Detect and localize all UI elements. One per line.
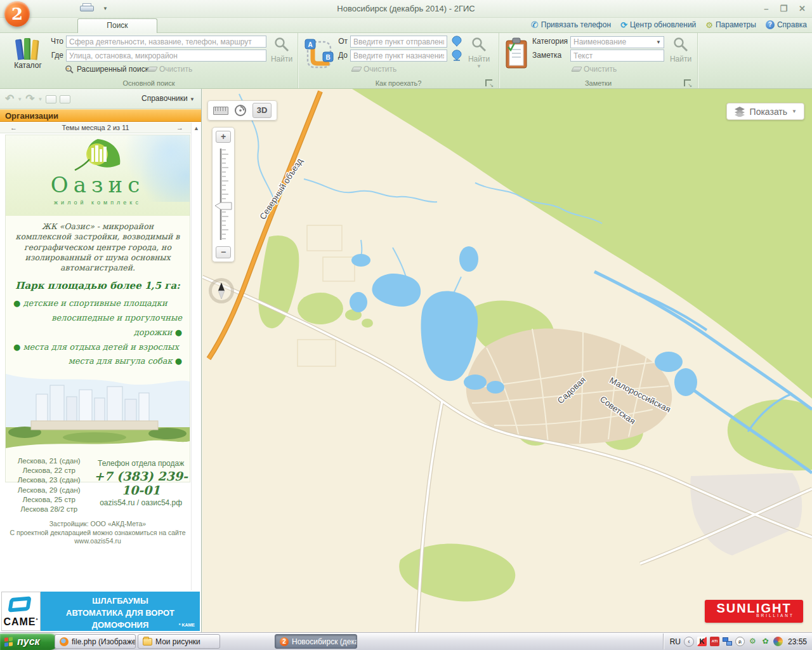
start-button[interactable]: пуск <box>0 633 58 650</box>
what-label: Что <box>47 36 63 48</box>
category-select[interactable]: ▼ <box>570 36 664 48</box>
from-label: От <box>334 36 348 48</box>
clear-route-button[interactable]: Очистить <box>352 65 396 74</box>
zoom-in-button[interactable]: + <box>216 131 231 143</box>
ruler-icon[interactable] <box>213 107 228 115</box>
oasis-description: ЖК «Оазис» - микрорайон комплексной заст… <box>14 222 181 273</box>
map-area: Северный объезд Садовая Малороссийская С… <box>202 89 812 632</box>
tray-icon-kaspersky[interactable]: K <box>697 637 707 646</box>
route-from-input[interactable] <box>350 36 447 48</box>
close-button[interactable]: ✕ <box>799 4 806 13</box>
mode-3d-button[interactable]: 3D <box>252 103 272 118</box>
oasis-ad-banner[interactable]: Оазис жилой комплекс ЖК «Оазис» - микрор… <box>5 135 190 482</box>
oasis-ad-header: Оазис жилой комплекс <box>6 135 190 216</box>
map-canvas[interactable]: Северный объезд Садовая Малороссийская С… <box>202 89 812 632</box>
group-title-notes: Заметки <box>499 79 697 87</box>
oasis-phone-label: Телефон отдела продаж <box>92 459 190 468</box>
oasis-buildings-image <box>6 374 190 448</box>
scroll-up-icon[interactable]: ▲ <box>192 123 201 131</box>
panels-icon[interactable] <box>46 95 56 103</box>
layers-show-button[interactable]: Показать ▼ <box>726 103 804 120</box>
collapse-chevron-icon[interactable]: ‹ <box>684 637 694 647</box>
snow-branch-decoration <box>114 135 190 202</box>
app-logo-2gis[interactable]: 2 <box>4 1 30 27</box>
group-title-route: Как проехать? <box>298 79 499 87</box>
link-bind-phone[interactable]: ✆Привязать телефон <box>531 20 611 30</box>
firefox-icon <box>60 637 69 646</box>
language-indicator[interactable]: RU <box>670 637 681 646</box>
catalog-button[interactable]: Каталог <box>9 37 47 70</box>
oasis-phone-number: +7 (383) 239-10-01 <box>92 469 190 497</box>
oasis-park-heading: Парк площадью более 1,5 га: <box>6 280 190 291</box>
where-input[interactable] <box>66 50 266 62</box>
tab-row: Поиск ✆Привязать телефон ⟳Центр обновлен… <box>0 18 812 33</box>
phone-icon: ✆ <box>531 20 539 30</box>
organizations-header[interactable]: Организации <box>0 109 201 122</box>
what-input[interactable] <box>66 36 266 48</box>
route-ab-icon: A B <box>303 37 335 71</box>
sunlight-ad-banner[interactable]: SUNLIGHT BRILLIANT <box>705 600 803 623</box>
books-icon <box>15 37 41 60</box>
search-plus-icon: + <box>65 65 74 74</box>
came-footnote: * KAME <box>179 622 195 628</box>
pick-end-on-map-button[interactable] <box>450 50 463 62</box>
tray-icon-gear[interactable]: ⚙ <box>748 637 757 646</box>
zoom-out-button[interactable]: − <box>216 246 231 258</box>
came-ad-text: ШЛАГБАУМЫ АВТОМАТИКА ДЛЯ ВОРОТ ДОМОФОНИЯ… <box>41 592 200 631</box>
tab-search[interactable]: Поиск <box>77 18 157 33</box>
ribbon-group-notes: Категория ▼ Заметка Очистить Найти Замет… <box>499 33 698 88</box>
zoom-slider-track[interactable] <box>213 146 235 242</box>
zoom-slider-handle[interactable] <box>215 202 232 209</box>
clear-search-button[interactable]: Очистить <box>148 65 192 74</box>
eraser-icon <box>571 67 582 72</box>
zoom-slider-panel: + − <box>212 127 235 262</box>
find-route-button[interactable]: Найти ▼ <box>465 36 493 69</box>
magnifier-icon <box>471 36 487 53</box>
find-notes-button[interactable]: Найти <box>667 36 695 63</box>
map-toolbar: 3D <box>207 100 277 121</box>
link-update-center[interactable]: ⟳Центр обновлений <box>620 20 696 30</box>
sidebar: ↶▼ ↷▼ Справочники ▼ Организации ← Темы м… <box>0 89 202 632</box>
map-pin-icon <box>452 50 462 61</box>
list-view-icon[interactable] <box>60 95 70 103</box>
back-dropdown-icon[interactable]: ▼ <box>17 96 22 102</box>
chevron-down-icon: ▼ <box>656 39 661 45</box>
forward-icon[interactable]: ↷ <box>25 93 34 105</box>
tray-icon-animal[interactable]: ฅ <box>735 637 745 646</box>
rotate-icon[interactable] <box>233 103 247 117</box>
link-settings[interactable]: ⚙Параметры <box>705 20 756 30</box>
maximize-button[interactable]: ❐ <box>780 4 787 13</box>
dictionaries-dropdown[interactable]: Справочники ▼ <box>141 94 195 103</box>
ribbon-group-route: A B От До Очистить Найти ▼ <box>298 33 499 88</box>
clear-notes-button[interactable]: Очистить <box>572 65 617 74</box>
layers-icon <box>734 106 745 117</box>
note-input[interactable] <box>570 50 664 62</box>
taskbar-item-my-pictures[interactable]: Мои рисунки <box>138 634 220 649</box>
link-help[interactable]: ?Справка <box>766 20 807 29</box>
came-ad-banner[interactable]: CAME* ШЛАГБАУМЫ АВТОМАТИКА ДЛЯ ВОРОТ ДОМ… <box>1 592 200 631</box>
tray-icon-graphics[interactable] <box>773 637 783 646</box>
next-theme-arrow-icon[interactable]: → <box>176 123 183 133</box>
taskbar-clock[interactable]: 23:55 <box>788 637 807 646</box>
advanced-search-button[interactable]: + Расширенный поиск <box>65 65 148 74</box>
oasis-address-list: Лескова, 21 (сдан) Лескова, 22 стр Леско… <box>6 454 92 514</box>
oasis-disclaimer: Застройщик: ООО «АКД-Мета» С проектной д… <box>6 520 190 546</box>
tray-icon-flower[interactable]: ✿ <box>761 637 770 646</box>
minimize-button[interactable]: – <box>764 4 768 13</box>
sidebar-scrollbar[interactable]: ▲ <box>191 123 201 590</box>
tray-icon-network[interactable] <box>723 637 732 646</box>
find-button-search[interactable]: Найти <box>268 36 296 63</box>
pick-start-on-map-button[interactable] <box>450 36 463 48</box>
oasis-websites[interactable]: oazis54.ru / оазис54.рф <box>92 498 190 507</box>
compass-icon[interactable] <box>209 278 234 303</box>
window-title: Новосибирск (декабрь 2014) - 2ГИС <box>0 0 812 18</box>
taskbar-item-2gis[interactable]: 2 Новосибирск (декаб... <box>275 634 357 649</box>
taskbar-item-firefox[interactable]: file.php (Изображен... <box>55 634 136 649</box>
windows-flag-icon <box>4 637 13 646</box>
oasis-feature-list: ● детские и спортивные площадки велосипе… <box>6 296 190 369</box>
svg-text:A: A <box>308 41 312 48</box>
route-to-input[interactable] <box>350 50 447 62</box>
tray-icon-ati[interactable]: ATI <box>710 637 719 646</box>
forward-dropdown-icon[interactable]: ▼ <box>37 96 43 102</box>
back-icon[interactable]: ↶ <box>5 93 14 105</box>
